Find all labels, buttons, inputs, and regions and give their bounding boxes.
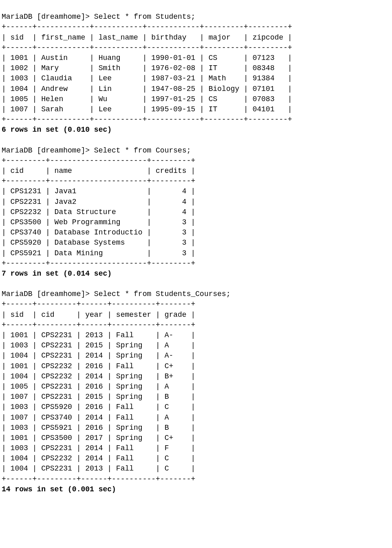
table-border: +---------+----------------------+------… bbox=[2, 177, 195, 185]
table-row: | 1002 | Mary | Smith | 1976-02-08 | IT … bbox=[2, 64, 292, 72]
table-row: | 1003 | CPS2231 | 2015 | Spring | A | bbox=[2, 341, 195, 349]
sql-query: Select * from Students; bbox=[94, 13, 195, 21]
table-row: | 1001 | CPS2232 | 2016 | Fall | C+ | bbox=[2, 362, 195, 370]
table-row: | 1004 | CPS2232 | 2014 | Fall | C | bbox=[2, 454, 195, 462]
table-border: +------+------------+-----------+-------… bbox=[2, 115, 292, 124]
table-border: +------+------------+-----------+-------… bbox=[2, 44, 292, 52]
table-border: +------+---------+------+----------+----… bbox=[2, 321, 195, 329]
table-border: +------+---------+------+----------+----… bbox=[2, 475, 195, 483]
table-row: | 1001 | CPS2231 | 2013 | Fall | A- | bbox=[2, 331, 195, 339]
table-row: | CPS5921 | Data Mining | 3 | bbox=[2, 249, 195, 257]
query-timing: 14 rows in set (0.001 sec) bbox=[2, 485, 116, 493]
table-row: | 1001 | CPS3500 | 2017 | Spring | C+ | bbox=[2, 434, 195, 442]
table-header: | cid | name | credits | bbox=[2, 167, 195, 175]
table-border: +------+---------+------+----------+----… bbox=[2, 300, 195, 308]
table-border: +---------+----------------------+------… bbox=[2, 259, 195, 267]
table-row: | 1001 | Austin | Huang | 1990-01-01 | C… bbox=[2, 54, 292, 62]
table-row: | 1003 | CPS5920 | 2016 | Fall | C | bbox=[2, 403, 195, 411]
sql-prompt: MariaDB [dreamhome]> bbox=[2, 13, 94, 21]
table-row: | 1004 | CPS2231 | 2014 | Spring | A- | bbox=[2, 351, 195, 360]
table-row: | CPS5920 | Database Systems | 3 | bbox=[2, 239, 195, 247]
query-timing: 6 rows in set (0.010 sec) bbox=[2, 126, 112, 134]
table-row: | 1003 | Claudia | Lee | 1987-03-21 | Ma… bbox=[2, 74, 292, 82]
table-row: | CPS3740 | Database Introductio | 3 | bbox=[2, 228, 195, 236]
table-row: | 1007 | Sarah | Lee | 1995-09-15 | IT |… bbox=[2, 105, 292, 113]
table-row: | 1003 | CPS5921 | 2016 | Spring | B | bbox=[2, 424, 195, 432]
table-header: | sid | first_name | last_name | birthda… bbox=[2, 33, 292, 42]
query-timing: 7 rows in set (0.014 sec) bbox=[2, 270, 112, 278]
table-border: +------+------------+-----------+-------… bbox=[2, 23, 292, 31]
sql-query: Select * from Students_Courses; bbox=[94, 290, 231, 298]
table-row: | 1005 | Helen | Wu | 1997-01-25 | CS | … bbox=[2, 95, 292, 103]
table-row: | 1004 | Andrew | Lin | 1947-08-25 | Bio… bbox=[2, 85, 292, 93]
table-row: | CPS3500 | Web Programming | 3 | bbox=[2, 218, 195, 226]
sql-prompt: MariaDB [dreamhome]> bbox=[2, 290, 94, 298]
table-row: | 1004 | CPS2232 | 2014 | Spring | B+ | bbox=[2, 372, 195, 380]
table-border: +---------+----------------------+------… bbox=[2, 157, 195, 165]
table-header: | sid | cid | year | semester | grade | bbox=[2, 311, 195, 319]
table-row: | 1007 | CPS2231 | 2015 | Spring | B | bbox=[2, 393, 195, 401]
table-row: | 1005 | CPS2231 | 2016 | Spring | A | bbox=[2, 382, 195, 391]
sql-prompt: MariaDB [dreamhome]> bbox=[2, 146, 94, 155]
table-row: | CPS2231 | Java2 | 4 | bbox=[2, 198, 195, 206]
table-row: | 1003 | CPS2231 | 2014 | Fall | F | bbox=[2, 444, 195, 452]
table-row: | 1007 | CPS3740 | 2014 | Fall | A | bbox=[2, 413, 195, 422]
sql-query: Select * from Courses; bbox=[94, 146, 191, 155]
terminal-output: MariaDB [dreamhome]> Select * from Stude… bbox=[2, 12, 390, 495]
table-row: | CPS2232 | Data Structure | 4 | bbox=[2, 208, 195, 216]
table-row: | CPS1231 | Java1 | 4 | bbox=[2, 187, 195, 195]
table-row: | 1004 | CPS2231 | 2013 | Fall | C | bbox=[2, 464, 195, 473]
